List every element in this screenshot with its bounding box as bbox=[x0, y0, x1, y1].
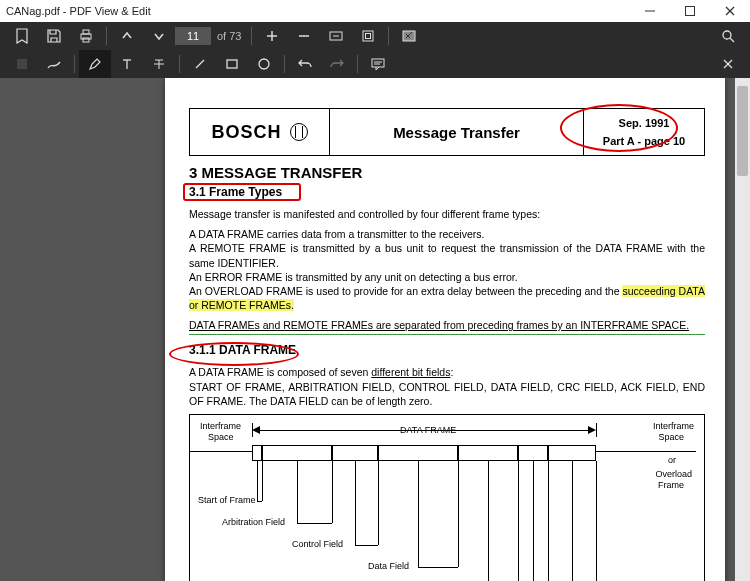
diagram-line bbox=[355, 461, 356, 545]
doc-header-title-cell: Message Transfer bbox=[330, 109, 584, 155]
diagram-box bbox=[332, 445, 378, 461]
main-toolbar: of 73 bbox=[0, 22, 750, 50]
paragraph: A DATA FRAME carries data from a transmi… bbox=[189, 227, 705, 241]
diagram-label: Control Field bbox=[292, 539, 343, 549]
arrow-left-icon bbox=[252, 426, 260, 434]
zoom-in-icon[interactable] bbox=[256, 22, 288, 50]
diagram-line bbox=[488, 461, 489, 581]
maximize-button[interactable] bbox=[670, 0, 710, 22]
freehand-tool-icon[interactable] bbox=[38, 50, 70, 78]
paragraph: An OVERLOAD FRAME is used to provide for… bbox=[189, 284, 705, 312]
toolbar-separator bbox=[284, 55, 285, 73]
comment-tool-icon[interactable] bbox=[362, 50, 394, 78]
diagram-line bbox=[458, 461, 459, 567]
text: different bit fields bbox=[371, 366, 450, 378]
diagram-label: Arbitration Field bbox=[222, 517, 285, 527]
text: An OVERLOAD FRAME is used to provide for… bbox=[189, 285, 622, 297]
highlight-tool-icon[interactable] bbox=[79, 50, 111, 78]
pdf-page: BOSCH Message Transfer Sep. 1991 Part A … bbox=[165, 78, 725, 581]
diagram-line bbox=[190, 451, 252, 452]
fit-width-icon[interactable] bbox=[320, 22, 352, 50]
diagram-line bbox=[596, 451, 696, 452]
search-icon[interactable] bbox=[712, 22, 744, 50]
document-content: BOSCH Message Transfer Sep. 1991 Part A … bbox=[189, 108, 705, 581]
diagram-line bbox=[378, 461, 379, 545]
svg-rect-14 bbox=[403, 31, 415, 41]
undo-icon[interactable] bbox=[289, 50, 321, 78]
diagram-label: Frame bbox=[658, 480, 684, 490]
paragraph: An ERROR FRAME is transmitted by any uni… bbox=[189, 270, 705, 284]
zoom-out-icon[interactable] bbox=[288, 22, 320, 50]
diagram-line bbox=[418, 567, 458, 568]
line-tool-icon[interactable] bbox=[184, 50, 216, 78]
svg-line-16 bbox=[730, 38, 734, 42]
ellipse-tool-icon[interactable] bbox=[248, 50, 280, 78]
arrow-right-icon bbox=[588, 426, 596, 434]
diagram-line bbox=[257, 461, 258, 501]
print-icon[interactable] bbox=[70, 22, 102, 50]
paragraph: Message transfer is manifested and contr… bbox=[189, 207, 705, 221]
fit-page-icon[interactable] bbox=[352, 22, 384, 50]
diagram-line bbox=[418, 461, 419, 567]
diagram-box bbox=[378, 445, 458, 461]
doc-header: BOSCH Message Transfer Sep. 1991 Part A … bbox=[189, 108, 705, 156]
bookmark-icon[interactable] bbox=[6, 22, 38, 50]
rectangle-tool-icon[interactable] bbox=[216, 50, 248, 78]
doc-header-brand-cell: BOSCH bbox=[190, 109, 330, 155]
diagram-label: Start of Frame bbox=[198, 495, 256, 505]
annotation-toolbar bbox=[0, 50, 750, 78]
diagram-label: Data Field bbox=[368, 561, 409, 571]
frame-diagram: Interframe Space DATA FRAME Interframe S… bbox=[189, 414, 705, 581]
next-page-icon[interactable] bbox=[143, 22, 175, 50]
text: DATA FRAMEs and REMOTE FRAMEs are separa… bbox=[189, 319, 580, 331]
svg-rect-17 bbox=[17, 59, 27, 69]
diagram-line bbox=[596, 461, 597, 581]
close-toolbar-icon[interactable] bbox=[712, 50, 744, 78]
edit-mode-icon[interactable] bbox=[393, 22, 425, 50]
diagram-box bbox=[548, 445, 596, 461]
diagram-label: Overload bbox=[655, 469, 692, 479]
diagram-line bbox=[262, 461, 263, 501]
text-tool-icon[interactable] bbox=[111, 50, 143, 78]
section-heading: 3 MESSAGE TRANSFER bbox=[189, 164, 705, 181]
diagram-box bbox=[262, 445, 332, 461]
toolbar-separator bbox=[251, 27, 252, 45]
diagram-line bbox=[332, 461, 333, 523]
page-total-label: of 73 bbox=[217, 30, 241, 42]
svg-rect-24 bbox=[227, 60, 237, 68]
diagram-line bbox=[252, 423, 253, 437]
cursor-tool-icon[interactable] bbox=[6, 50, 38, 78]
diagram-line bbox=[572, 461, 573, 581]
save-icon[interactable] bbox=[38, 22, 70, 50]
diagram-label: Interframe bbox=[200, 421, 241, 431]
document-viewport[interactable]: BOSCH Message Transfer Sep. 1991 Part A … bbox=[0, 78, 750, 581]
svg-point-25 bbox=[259, 59, 269, 69]
svg-rect-26 bbox=[372, 59, 384, 67]
text: A DATA FRAME is composed of seven bbox=[189, 366, 371, 378]
green-underline-annotation bbox=[189, 334, 705, 335]
diagram-box bbox=[518, 445, 548, 461]
text: INTERFRAME SPACE. bbox=[580, 319, 689, 331]
doc-header-partpage: Part A - page 10 bbox=[603, 135, 685, 147]
svg-rect-12 bbox=[363, 31, 373, 41]
diagram-label: Space bbox=[208, 432, 234, 442]
redo-icon[interactable] bbox=[321, 50, 353, 78]
diagram-box bbox=[458, 445, 518, 461]
svg-rect-13 bbox=[366, 34, 371, 39]
page-number-input[interactable] bbox=[175, 27, 211, 45]
diagram-box bbox=[252, 445, 262, 461]
doc-header-meta-cell: Sep. 1991 Part A - page 10 bbox=[584, 109, 704, 155]
vertical-scrollbar[interactable] bbox=[735, 78, 750, 581]
prev-page-icon[interactable] bbox=[111, 22, 143, 50]
svg-rect-1 bbox=[686, 7, 695, 16]
subsection-heading: 3.1 Frame Types bbox=[189, 185, 705, 199]
toolbar-separator bbox=[357, 55, 358, 73]
minimize-button[interactable] bbox=[630, 0, 670, 22]
paragraph: A REMOTE FRAME is transmitted by a bus u… bbox=[189, 241, 705, 269]
strikethrough-tool-icon[interactable] bbox=[143, 50, 175, 78]
close-button[interactable] bbox=[710, 0, 750, 22]
scrollbar-thumb[interactable] bbox=[737, 86, 748, 176]
paragraph: A DATA FRAME is composed of seven differ… bbox=[189, 365, 705, 379]
diagram-line bbox=[260, 430, 590, 431]
diagram-line bbox=[548, 461, 549, 581]
